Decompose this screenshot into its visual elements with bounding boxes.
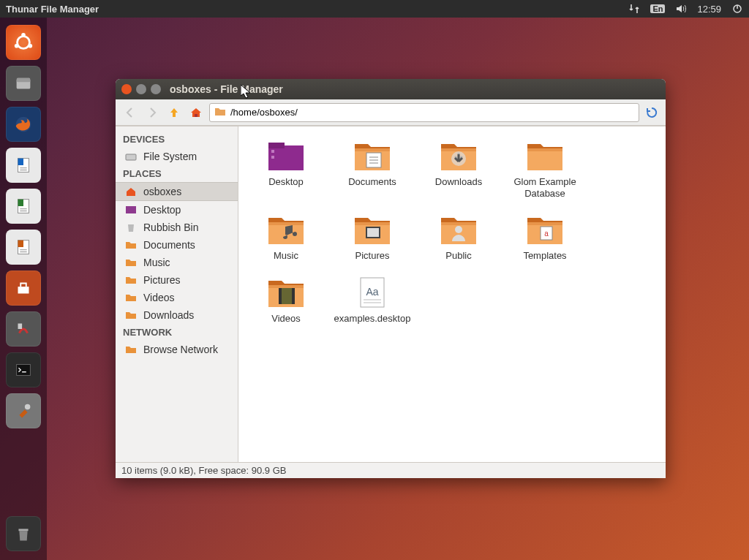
icon-view[interactable]: Desktop Documents Downloads Glom Example… (238, 126, 666, 462)
launcher-terminal[interactable] (6, 352, 41, 387)
file-manager-window: osboxes - File Manager DEVICES File Syst… (116, 79, 666, 478)
window-title: osboxes - File Manager (170, 83, 283, 95)
launcher-writer[interactable] (6, 148, 41, 183)
session-indicator-icon[interactable] (731, 3, 743, 15)
svg-rect-18 (195, 114, 197, 117)
window-close-button[interactable] (121, 84, 132, 94)
file-label: Desktop (268, 176, 304, 188)
file-item[interactable]: Aa examples.desktop (329, 275, 415, 325)
window-minimize-button[interactable] (136, 84, 146, 94)
sidebar-devices-header: DEVICES (116, 131, 238, 148)
file-label: Templates (523, 250, 566, 262)
window-titlebar[interactable]: osboxes - File Manager (116, 79, 666, 99)
launcher-dash[interactable] (6, 25, 41, 60)
svg-rect-22 (268, 143, 285, 148)
toolbar (116, 99, 666, 126)
trash-icon (124, 221, 138, 234)
status-text: 10 items (9.0 kB), Free space: 90.9 GB (121, 465, 286, 476)
file-label: Documents (348, 176, 396, 188)
launcher-trash[interactable] (6, 516, 41, 551)
folder-icon (124, 309, 138, 322)
folder-docs-icon (353, 138, 391, 173)
launcher-software[interactable] (6, 270, 41, 306)
sidebar-item-label: osboxes (143, 186, 181, 197)
file-item[interactable]: Downloads (415, 138, 502, 199)
sidebar: DEVICES File System PLACES osboxes Deskt… (116, 126, 238, 462)
sidebar-item-network[interactable]: Browse Network (116, 341, 238, 358)
file-item[interactable]: Pictures (329, 212, 415, 262)
sidebar-places-header: PLACES (116, 165, 238, 182)
svg-point-29 (455, 226, 462, 233)
sidebar-item-label: Documents (143, 239, 195, 251)
file-label: Videos (271, 313, 301, 325)
launcher-tools[interactable] (6, 393, 41, 428)
folder-public-icon (440, 212, 478, 247)
svg-rect-28 (367, 228, 379, 237)
file-item[interactable]: Public (415, 212, 502, 262)
sidebar-item-home[interactable]: osboxes (116, 182, 238, 201)
forward-button[interactable] (143, 104, 161, 121)
up-button[interactable] (165, 104, 183, 121)
file-label: Downloads (435, 176, 482, 188)
sidebar-item-documents[interactable]: Documents (116, 236, 238, 254)
sidebar-item-desktop[interactable]: Desktop (116, 201, 238, 219)
back-button[interactable] (121, 104, 139, 121)
launcher-settings[interactable] (6, 311, 41, 347)
folder-icon (526, 138, 564, 173)
sidebar-item-filesystem[interactable]: File System (116, 148, 238, 165)
path-entry[interactable] (209, 103, 639, 122)
sidebar-item-videos[interactable]: Videos (116, 289, 238, 306)
file-label: Pictures (355, 250, 390, 262)
file-item[interactable]: Glom Example Database (502, 138, 588, 199)
folder-icon (124, 256, 138, 269)
sidebar-item-pictures[interactable]: Pictures (116, 271, 238, 289)
home-button[interactable] (187, 104, 205, 121)
file-item[interactable]: Documents (329, 138, 415, 199)
folder-music-icon (267, 212, 305, 247)
sidebar-item-music[interactable]: Music (116, 254, 238, 271)
svg-point-1 (18, 37, 30, 49)
launcher-calc[interactable] (6, 189, 41, 224)
svg-rect-15 (17, 365, 31, 376)
sound-indicator-icon[interactable] (675, 3, 687, 15)
file-item[interactable]: Music (243, 212, 329, 262)
sidebar-item-label: Downloads (143, 309, 194, 321)
folder-icon (124, 273, 138, 287)
svg-rect-33 (279, 288, 282, 304)
network-indicator-icon[interactable] (628, 3, 640, 15)
launcher-files[interactable] (6, 66, 41, 101)
sidebar-item-trash[interactable]: Rubbish Bin (116, 219, 238, 236)
folder-icon (124, 238, 138, 251)
file-label: Public (445, 250, 471, 262)
path-input[interactable] (230, 107, 634, 118)
launcher-impress[interactable] (6, 230, 41, 265)
file-item[interactable]: Videos (243, 275, 329, 325)
svg-text:a: a (544, 230, 549, 238)
sidebar-item-downloads[interactable]: Downloads (116, 306, 238, 324)
svg-rect-13 (18, 241, 24, 247)
folder-pics-icon (353, 212, 391, 247)
svg-rect-19 (126, 154, 136, 160)
desktop-icon (124, 203, 138, 216)
svg-rect-17 (18, 529, 28, 531)
file-label: Glom Example Database (505, 176, 585, 199)
sidebar-network-header: NETWORK (116, 324, 238, 341)
home-icon (124, 185, 138, 198)
keyboard-indicator[interactable]: En (650, 4, 665, 13)
svg-point-3 (15, 44, 19, 48)
clock[interactable]: 12:59 (697, 4, 721, 15)
reload-button[interactable] (644, 105, 660, 121)
file-item[interactable]: a Templates (502, 212, 588, 262)
svg-text:Aa: Aa (366, 286, 378, 298)
drive-icon (124, 150, 138, 163)
sidebar-item-label: Desktop (143, 204, 181, 216)
app-title: Thunar File Manager (6, 4, 99, 15)
window-maximize-button[interactable] (151, 84, 161, 94)
launcher-firefox[interactable] (6, 107, 41, 142)
svg-rect-11 (18, 200, 24, 206)
unity-launcher (0, 18, 47, 560)
folder-tmpl-icon: a (526, 212, 564, 247)
file-item[interactable]: Desktop (243, 138, 329, 199)
svg-point-16 (25, 404, 31, 410)
sidebar-item-label: Music (143, 257, 170, 268)
